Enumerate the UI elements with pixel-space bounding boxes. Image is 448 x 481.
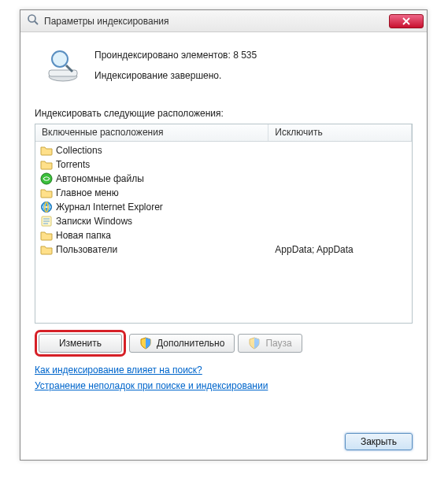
folder-icon [40, 229, 53, 242]
help-links: Как индексирование влияет на поиск? Устр… [35, 364, 413, 396]
location-name: Записки Windows [56, 216, 132, 227]
magnifier-drive-icon [44, 46, 82, 84]
status-panel: Проиндексировано элементов: 8 535 Индекс… [35, 43, 413, 105]
list-body: CollectionsTorrentsАвтономные файлыГлавн… [35, 142, 412, 323]
pause-button-label: Пауза [265, 338, 291, 349]
notes-icon [40, 215, 53, 228]
location-name: Collections [56, 145, 102, 156]
svg-line-1 [35, 21, 38, 24]
locations-section-label: Индексировать следующие расположения: [35, 108, 413, 119]
location-name: Новая папка [56, 230, 111, 241]
modify-button[interactable]: Изменить [39, 334, 122, 353]
list-item[interactable]: Журнал Internet Explorer [35, 200, 412, 214]
dialog-footer: Закрыть [35, 425, 413, 450]
list-item[interactable]: Записки Windows [35, 214, 412, 228]
close-button-label: Закрыть [361, 436, 397, 447]
button-row: Изменить Дополнительно Пауза [35, 330, 413, 357]
location-name: Пользователи [56, 244, 117, 255]
svg-point-8 [41, 173, 52, 184]
column-header-included[interactable]: Включенные расположения [35, 124, 268, 141]
svg-point-6 [52, 51, 68, 67]
locations-list: Включенные расположения Исключить Collec… [35, 124, 413, 324]
close-button[interactable]: Закрыть [345, 433, 413, 450]
offline-icon [40, 172, 53, 185]
help-link-troubleshoot[interactable]: Устранение неполадок при поиске и индекс… [35, 380, 413, 391]
modify-button-label: Изменить [59, 338, 102, 349]
location-name: Torrents [56, 159, 90, 170]
advanced-button[interactable]: Дополнительно [129, 334, 235, 353]
list-item[interactable]: Главное меню [35, 186, 412, 200]
svg-point-0 [28, 15, 35, 22]
indexing-options-window: Параметры индексирования Проиндексирован… [20, 9, 428, 461]
list-item[interactable]: Collections [35, 143, 412, 157]
modify-button-highlight: Изменить [35, 330, 126, 357]
content-area: Проиндексировано элементов: 8 535 Индекс… [20, 32, 427, 460]
folder-icon [40, 144, 53, 157]
window-title: Параметры индексирования [44, 16, 389, 27]
shield-icon [139, 337, 152, 350]
search-icon [27, 13, 39, 28]
location-excluded: AppData; AppData [268, 244, 412, 255]
list-item[interactable]: Автономные файлы [35, 172, 412, 186]
column-header-excluded[interactable]: Исключить [268, 124, 412, 141]
list-header: Включенные расположения Исключить [35, 124, 412, 142]
advanced-button-label: Дополнительно [157, 338, 224, 349]
folder-icon [40, 243, 53, 256]
indexing-complete-label: Индексирование завершено. [94, 70, 257, 81]
list-item[interactable]: Torrents [35, 157, 412, 172]
ie-icon [40, 201, 53, 213]
pause-button: Пауза [238, 334, 302, 353]
location-name: Автономные файлы [56, 173, 144, 184]
titlebar: Параметры индексирования [20, 10, 427, 32]
indexed-count-label: Проиндексировано элементов: 8 535 [94, 50, 257, 61]
list-item[interactable]: Новая папка [35, 228, 412, 242]
help-link-indexing[interactable]: Как индексирование влияет на поиск? [35, 364, 413, 376]
close-window-button[interactable] [389, 14, 424, 28]
shield-icon [248, 337, 261, 350]
list-item[interactable]: ПользователиAppData; AppData [35, 242, 412, 257]
folder-icon [40, 158, 53, 171]
close-icon [402, 17, 410, 25]
location-name: Главное меню [56, 187, 119, 198]
location-name: Журнал Internet Explorer [56, 202, 163, 213]
folder-icon [40, 187, 53, 199]
